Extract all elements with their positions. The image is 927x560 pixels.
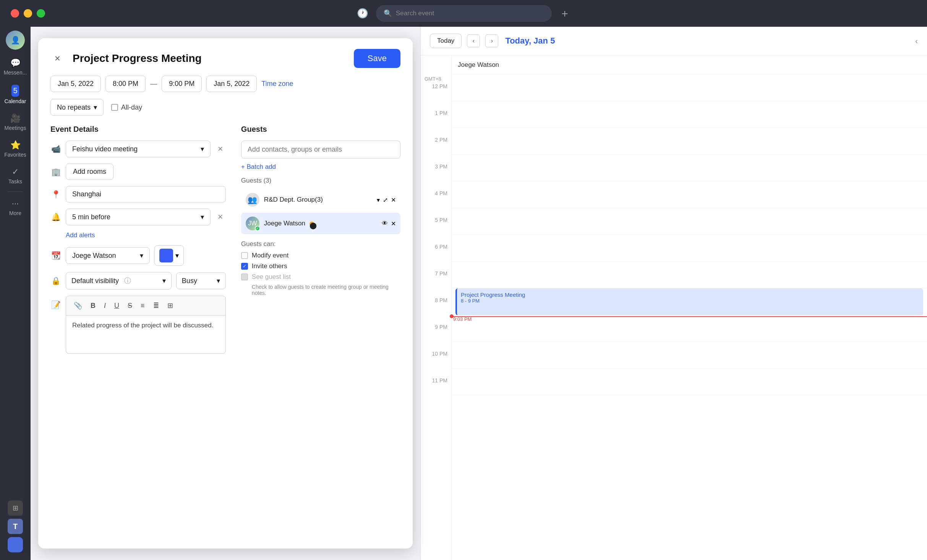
t-icon[interactable]: T [8, 519, 23, 534]
video-icon: 📹 [50, 144, 61, 154]
location-input[interactable] [66, 186, 226, 202]
hour-line-7pm [452, 262, 927, 288]
status-label: Busy [182, 277, 197, 285]
time-10pm: 10 PM [421, 351, 451, 377]
repeat-dropdown[interactable]: No repeats ▾ [50, 99, 104, 116]
perm-guestlist-row: See guest list [241, 273, 400, 281]
reminder-dropdown[interactable]: 5 min before ▾ [66, 209, 211, 225]
chevron-down-icon: ▾ [217, 277, 220, 285]
start-time-button[interactable]: 8:00 PM [105, 76, 146, 92]
hour-line-9pm [452, 315, 927, 342]
notes-area[interactable]: Related progress of the project will be … [66, 316, 226, 354]
location-row: 📍 [50, 186, 226, 202]
allday-checkbox[interactable] [111, 104, 118, 111]
see-guestlist-label: See guest list [252, 273, 291, 281]
batch-add-link[interactable]: + Batch add [241, 163, 400, 171]
modal-container: ✕ Save Jan 5, 2022 8:00 PM — 9:00 PM Jan… [31, 27, 420, 560]
time-12pm: 12 PM [421, 83, 451, 110]
collapse-panel-button[interactable]: ‹ [915, 37, 918, 45]
sidebar-item-tasks[interactable]: ✓ Tasks [2, 163, 29, 188]
group-guest-name: R&D Dept. Group(3) [264, 196, 372, 204]
new-event-icon[interactable]: ＋ [559, 6, 570, 21]
italic-button[interactable]: I [102, 300, 108, 311]
time-11pm: 11 PM [421, 377, 451, 404]
close-traffic-light[interactable] [11, 9, 19, 18]
sidebar-item-messenger[interactable]: 💬 Messen... [2, 54, 29, 79]
eye-icon[interactable]: 👁 [382, 220, 388, 227]
sidebar-item-calendar[interactable]: 5 Calendar [2, 81, 29, 108]
modify-event-checkbox[interactable] [241, 252, 248, 259]
modal-close-button[interactable]: ✕ [50, 52, 64, 65]
timezone-link[interactable]: Time zone [261, 80, 293, 88]
history-icon[interactable]: 🕐 [357, 8, 368, 19]
next-button[interactable]: › [485, 34, 498, 47]
numbered-list-button[interactable]: ≣ [151, 300, 161, 311]
app-square-icon[interactable] [8, 537, 23, 552]
underline-button[interactable]: U [112, 300, 122, 311]
info-icon: ⓘ [124, 276, 131, 285]
sidebar-item-more[interactable]: ··· More [2, 195, 29, 220]
tasks-icon: ✓ [12, 167, 19, 177]
add-alerts-link[interactable]: Add alerts [50, 231, 226, 239]
sidebar-item-favorites[interactable]: ⭐ Favorites [2, 136, 29, 162]
sidebar-item-meetings[interactable]: 🎥 Meetings [2, 110, 29, 135]
calendar-icon: 5 [11, 85, 19, 97]
search-icon: 🔍 [384, 9, 392, 18]
remove-person-icon[interactable]: ✕ [391, 220, 396, 227]
grid-icon[interactable]: ⊞ [8, 500, 23, 516]
reminder-row: 🔔 5 min before ▾ ✕ [50, 209, 226, 225]
sidebar-item-label: Favorites [4, 152, 26, 158]
sidebar-item-label: Calendar [5, 98, 26, 104]
time-5pm: 5 PM [421, 217, 451, 244]
start-date-button[interactable]: Jan 5, 2022 [50, 76, 101, 92]
perm-note: Check to allow guests to create meeting … [241, 284, 400, 296]
table-button[interactable]: ⊞ [165, 300, 175, 311]
invite-others-checkbox[interactable]: ✓ [241, 263, 248, 270]
add-rooms-button[interactable]: Add rooms [66, 163, 113, 180]
hour-line-5pm [452, 208, 927, 235]
attachment-button[interactable]: 📎 [71, 300, 84, 311]
color-selector[interactable]: ▾ [154, 245, 184, 266]
chevron-down-icon: ▾ [162, 277, 166, 285]
hour-line-12pm [452, 74, 927, 101]
bullet-list-button[interactable]: ≡ [138, 300, 147, 311]
end-date-button[interactable]: Jan 5, 2022 [206, 76, 257, 92]
visibility-row: 🔒 Default visibility ⓘ ▾ Busy ▾ [50, 272, 226, 290]
allday-checkbox-label[interactable]: All-day [111, 104, 142, 112]
save-button[interactable]: Save [354, 49, 400, 68]
chevron-down-icon: ▾ [201, 213, 204, 221]
guests-can-title: Guests can: [241, 240, 400, 248]
strikethrough-button[interactable]: S [125, 300, 135, 311]
user-avatar[interactable]: 👤 [6, 31, 25, 50]
reminder-clear-button[interactable]: ✕ [215, 212, 226, 222]
see-guestlist-checkbox [241, 274, 248, 280]
event-title-input[interactable] [70, 51, 348, 66]
hour-line-1pm [452, 101, 927, 128]
visibility-dropdown[interactable]: Default visibility ⓘ ▾ [66, 272, 172, 290]
calendar-event-block[interactable]: Project Progress Meeting 8 - 9 PM [455, 288, 923, 315]
bold-button[interactable]: B [88, 300, 98, 311]
notes-toolbar: 📎 B I U S ≡ ≣ ⊞ [66, 296, 226, 316]
dropdown-icon[interactable]: ▾ [377, 196, 380, 204]
expand-icon[interactable]: ⤢ [383, 196, 388, 204]
remove-guest-icon[interactable]: ✕ [391, 196, 396, 204]
color-box[interactable] [159, 249, 173, 262]
today-button[interactable]: Today [430, 34, 462, 48]
end-time-button[interactable]: 9:00 PM [162, 76, 202, 92]
minimize-traffic-light[interactable] [24, 9, 32, 18]
prev-button[interactable]: ‹ [467, 34, 480, 47]
guests-input[interactable] [241, 141, 400, 159]
guests-count: Guests (3) [241, 177, 400, 185]
event-title: Project Progress Meeting [461, 291, 919, 298]
bell-icon: 🔔 [50, 212, 61, 222]
calendar-owner-dropdown[interactable]: Joege Watson ▾ [66, 247, 150, 264]
video-meeting-clear-button[interactable]: ✕ [215, 144, 226, 154]
sidebar-item-label: More [9, 210, 21, 216]
time-3pm: 3 PM [421, 163, 451, 190]
video-meeting-dropdown[interactable]: Feishu video meeting ▾ [66, 141, 211, 157]
modify-event-label: Modify event [252, 252, 288, 259]
status-dropdown[interactable]: Busy ▾ [176, 272, 226, 289]
hour-line-2pm [452, 128, 927, 155]
maximize-traffic-light[interactable] [37, 9, 45, 18]
search-bar[interactable]: 🔍 Search event [376, 5, 552, 22]
